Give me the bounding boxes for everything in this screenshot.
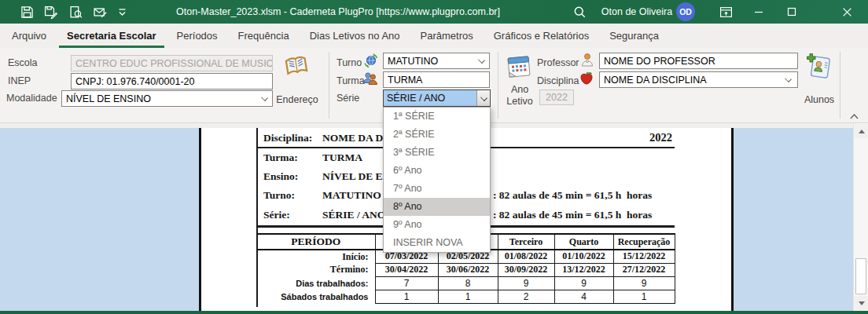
search-icon[interactable] [573, 5, 587, 19]
modalidade-label: Modalidade [6, 93, 57, 104]
turma-field[interactable]: TURMA [383, 71, 490, 88]
cell: 9 [613, 276, 675, 290]
serie-combobox[interactable]: SÉRIE / ANO [383, 89, 491, 107]
escola-field: CENTRO EDUC PROFISSIONAL DE MUSICA WAL [71, 55, 273, 71]
email-icon[interactable] [94, 5, 107, 19]
doc-value: TURMA [322, 152, 362, 164]
window-title: Oton-Master_2023.xlsm - Caderneta PlugPr… [134, 0, 542, 24]
maximize-button[interactable] [778, 0, 805, 24]
ribbon-display-options-icon[interactable] [719, 5, 733, 19]
table-row: Dias trabalhados: 7 8 9 9 9 [257, 276, 675, 290]
serie-dropdown-button[interactable] [476, 90, 490, 106]
serie-label: Série [337, 93, 359, 104]
header-recuperacao: Recuperação [613, 234, 675, 250]
cell: 1 [438, 290, 498, 303]
window-bottom-edge [0, 311, 868, 314]
page-left-border [199, 128, 201, 311]
table-row: Término: 30/04/2022 30/06/2022 30/09/202… [257, 263, 675, 276]
serie-option[interactable]: 3ª SÉRIE [384, 144, 490, 162]
chevron-down-icon [480, 94, 487, 101]
disciplina-value: NOME DA DISCIPLINA [604, 75, 707, 86]
serie-option[interactable]: 7º Ano [384, 180, 490, 198]
cell: 30/04/2022 [375, 263, 438, 276]
cell: 4 [554, 290, 613, 303]
cell: 1 [375, 290, 438, 303]
header-periodo: PERÍODO [257, 234, 375, 250]
tab-graficos-relatorios[interactable]: Gráficos e Relatórios [484, 24, 599, 48]
inep-field[interactable]: CNPJ: 01.976.740/0001-20 [71, 73, 273, 89]
tab-seguranca[interactable]: Segurança [599, 24, 669, 48]
doc-hours-text: : 82 aulas de 45 min = 61,5 h horas [493, 189, 652, 202]
doc-label: Turno: [263, 189, 295, 202]
modalidade-dropdown[interactable]: NÍVEL DE ENSINO [61, 90, 273, 107]
row-label: Término: [257, 263, 375, 276]
page-right-border [731, 128, 734, 311]
ano-letivo-field: 2022 [539, 89, 574, 105]
professor-field[interactable]: NOME DO PROFESSOR [599, 53, 798, 69]
student-card-icon[interactable] [805, 53, 833, 81]
escola-label: Escola [8, 57, 38, 68]
scroll-down-button[interactable] [855, 296, 868, 310]
minimize-button[interactable] [745, 0, 772, 24]
turno-dropdown[interactable]: MATUTINO [383, 53, 490, 69]
disciplina-dropdown[interactable]: NOME DA DISCIPLINA [599, 71, 798, 88]
address-book-icon[interactable] [283, 53, 310, 78]
user-name[interactable]: Oton de Oliveira [599, 0, 675, 24]
header-terceiro: Terceiro [498, 234, 554, 250]
doc-label: Turma: [263, 152, 298, 164]
triangle-down-icon [859, 301, 865, 305]
doc-value: SÉRIE / ANO [322, 209, 385, 221]
qat-customize-icon[interactable] [117, 5, 127, 19]
scroll-up-button[interactable] [855, 124, 868, 138]
doc-year: 2022 [613, 131, 672, 144]
cell: 01/10/2022 [554, 250, 613, 263]
tab-dias-letivos[interactable]: Dias Letivos no Ano [300, 24, 410, 48]
save-icon[interactable] [20, 5, 34, 19]
vertical-scrollbar[interactable] [853, 123, 868, 311]
cell: 8 [438, 276, 498, 290]
ano-letivo-line1: Ano [500, 84, 539, 96]
calendar-icon[interactable] [506, 54, 531, 79]
table-row: Sábados trabalhados 1 1 2 4 1 [257, 290, 675, 303]
cell: 9 [498, 276, 554, 290]
row-label: Sábados trabalhados [257, 290, 375, 303]
group-divider [329, 52, 329, 119]
serie-option[interactable]: 9º Ano [384, 216, 490, 234]
serie-option[interactable]: 6º Ano [384, 162, 490, 180]
inep-label: INEP [8, 75, 31, 86]
cell: 2 [498, 290, 554, 303]
turno-value: MATUTINO [388, 56, 438, 67]
cell: 7 [375, 276, 438, 290]
group-divider [498, 52, 498, 119]
serie-option[interactable]: 1ª SÉRIE [384, 108, 490, 126]
group-divider [840, 52, 840, 119]
close-button[interactable] [833, 0, 860, 24]
alunos-button[interactable]: Alunos [796, 94, 843, 106]
title-bar: Oton-Master_2023.xlsm - Caderneta PlugPr… [0, 0, 868, 24]
professor-label: Professor [537, 57, 579, 68]
turma-label: Turma [337, 75, 365, 86]
tab-periodos[interactable]: Períodos [167, 24, 228, 48]
save-as-icon[interactable] [44, 5, 57, 19]
serie-option-highlighted[interactable]: 8º Ano [384, 198, 490, 216]
collapse-ribbon-icon[interactable] [849, 109, 859, 117]
tab-frequencia[interactable]: Frequência [228, 24, 300, 48]
serie-option[interactable]: INSERIR NOVA [384, 234, 490, 252]
chevron-down-icon [785, 75, 792, 82]
globe-sync-icon [363, 53, 378, 68]
avatar[interactable]: OD [676, 2, 695, 21]
tab-arquivo[interactable]: Arquivo [2, 24, 57, 48]
endereco-button[interactable]: Endereço [264, 94, 330, 106]
person-icon [580, 53, 594, 68]
chevron-down-icon [478, 57, 485, 64]
serie-value: SÉRIE / ANO [384, 90, 476, 106]
ribbon-content: Escola CENTRO EDUC PROFISSIONAL DE MUSIC… [0, 48, 868, 123]
scrollbar-thumb[interactable] [855, 258, 866, 294]
ano-letivo-button[interactable]: Ano Letivo [500, 84, 539, 107]
tab-parametros[interactable]: Parâmetros [410, 24, 484, 48]
serie-option[interactable]: 2ª SÉRIE [384, 126, 490, 144]
excel-window: Oton-Master_2023.xlsm - Caderneta PlugPr… [0, 0, 868, 314]
tab-secretaria-escolar[interactable]: Secretaria Escolar [57, 24, 166, 48]
cell: 15/12/2022 [613, 250, 675, 263]
print-preview-icon[interactable] [69, 5, 83, 19]
